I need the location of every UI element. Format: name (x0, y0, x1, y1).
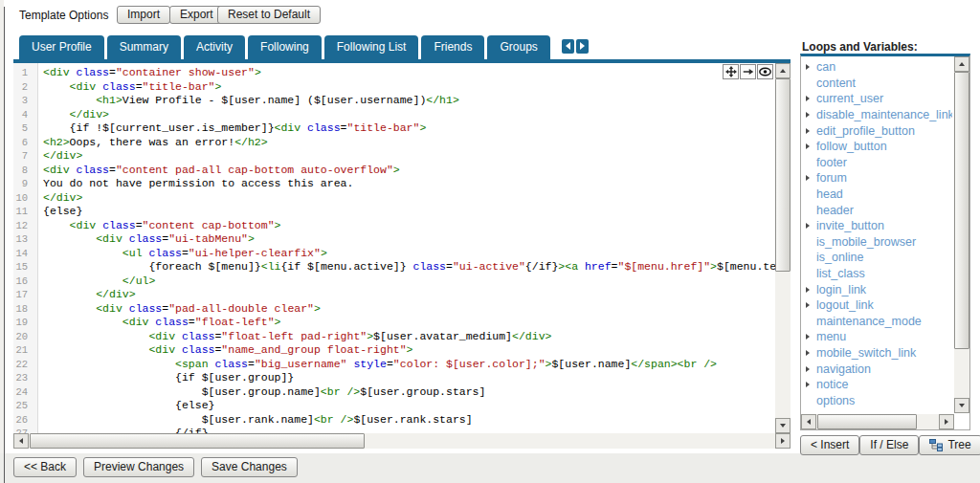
eye-icon[interactable] (757, 64, 773, 79)
variable-item-footer[interactable]: footer (801, 155, 952, 171)
back-button[interactable]: << Back (13, 457, 77, 477)
variable-label[interactable]: options (816, 394, 855, 407)
editor-vscroll-thumb[interactable] (775, 78, 791, 272)
expand-arrow-icon[interactable] (806, 382, 810, 387)
variable-item-invite_button[interactable]: invite_button (801, 218, 952, 234)
code-line: 1<div class="container show-user"> (13, 66, 791, 80)
variable-label[interactable]: is_online (816, 251, 863, 264)
line-number: 26 (13, 413, 33, 428)
variable-item-options[interactable]: options (801, 392, 952, 408)
variable-label[interactable]: follow_button (816, 140, 887, 153)
variable-label[interactable]: logout_link (816, 298, 874, 312)
variable-label[interactable]: forum (816, 171, 847, 185)
variable-label[interactable]: menu (816, 330, 846, 343)
tab-activity[interactable]: Activity (184, 35, 245, 59)
editor-scroll-left-icon[interactable] (13, 433, 29, 449)
expand-arrow-icon[interactable] (806, 302, 810, 308)
tab-friends[interactable]: Friends (421, 35, 484, 59)
panel-scroll-left-icon[interactable] (801, 414, 816, 429)
expand-arrow-icon[interactable] (806, 64, 810, 70)
export-button[interactable]: Export (169, 6, 224, 24)
expand-arrow-icon[interactable] (806, 287, 810, 293)
code-line: 19 <div class="float-left"> (13, 316, 791, 330)
arrow-right-icon[interactable] (740, 64, 756, 79)
expand-arrow-icon[interactable] (806, 366, 810, 372)
import-button[interactable]: Import (117, 6, 170, 24)
expand-arrow-icon[interactable] (806, 96, 810, 101)
expand-arrow-icon[interactable] (806, 223, 810, 229)
variable-label[interactable]: content (816, 77, 856, 90)
panel-hscroll-thumb[interactable] (817, 414, 917, 429)
panel-scroll-down-icon[interactable] (954, 398, 969, 413)
variable-item-forum[interactable]: forum (801, 170, 952, 187)
variable-item-edit_profile_button[interactable]: edit_profile_button (801, 122, 952, 139)
variable-label[interactable]: header (816, 204, 854, 217)
variable-label[interactable]: login_link (816, 283, 866, 296)
editor-hscroll-thumb[interactable] (30, 433, 365, 449)
save-changes-button[interactable]: Save Changes (201, 457, 298, 477)
variable-label[interactable]: current_user (816, 92, 883, 105)
tab-user-profile[interactable]: User Profile (19, 35, 104, 59)
panel-scroll-up-icon[interactable] (954, 56, 969, 72)
editor-scroll-up-icon[interactable] (775, 63, 791, 78)
tree-button[interactable]: Tree (919, 435, 980, 455)
variable-item-navigation[interactable]: navigation (801, 361, 952, 377)
expand-arrow-icon[interactable] (806, 350, 810, 356)
variable-item-current_user[interactable]: current_user (801, 91, 952, 107)
if-else-button[interactable]: If / Else (859, 435, 919, 455)
reset-to-default-button[interactable]: Reset to Default (217, 6, 321, 24)
expand-arrow-icon[interactable] (806, 175, 810, 181)
variable-item-is_online[interactable]: is_online (801, 250, 952, 266)
variable-item-mobile_switch_link[interactable]: mobile_switch_link (801, 345, 952, 362)
variable-label[interactable]: mobile_switch_link (816, 346, 916, 360)
variable-label[interactable]: can (816, 60, 835, 74)
panel-scroll-right-icon[interactable] (939, 414, 954, 429)
code-line: 18 <div class="pad-all-double clear"> (13, 302, 791, 317)
expand-arrow-icon[interactable] (806, 112, 810, 118)
variable-item-login_link[interactable]: login_link (801, 281, 952, 297)
code-line: 8<div class="content pad-all cap-bottom … (13, 164, 791, 178)
variable-item-content[interactable]: content (801, 76, 952, 92)
variable-item-disable_maintenance_link[interactable]: disable_maintenance_link (801, 107, 952, 123)
variable-label[interactable]: invite_button (816, 219, 884, 232)
editor-scroll-down-icon[interactable] (775, 418, 791, 433)
tab-summary[interactable]: Summary (107, 35, 181, 59)
variable-item-menu[interactable]: menu (801, 329, 952, 345)
variable-label[interactable]: list_class (816, 267, 865, 280)
code-line: 3 <h1>View Profile - $[user.name] ($[use… (13, 94, 791, 108)
tab-scroll-left-icon[interactable] (562, 39, 574, 54)
variable-label[interactable]: disable_maintenance_link (816, 108, 952, 121)
preview-changes-button[interactable]: Preview Changes (83, 457, 194, 477)
variable-item-is_mobile_browser[interactable]: is_mobile_browser (801, 234, 952, 251)
tab-groups[interactable]: Groups (487, 35, 549, 59)
panel-vscroll-thumb[interactable] (954, 72, 969, 349)
variable-item-maintenance_mode[interactable]: maintenance_mode (801, 314, 952, 330)
line-number: 18 (13, 302, 33, 317)
insert-button[interactable]: < Insert (800, 435, 859, 455)
expand-arrow-icon[interactable] (806, 334, 810, 340)
expand-arrow-icon[interactable] (806, 143, 810, 149)
variable-label[interactable]: edit_profile_button (816, 124, 915, 138)
move-icon[interactable] (723, 64, 739, 79)
variable-label[interactable]: notice (816, 378, 848, 391)
variable-item-notice[interactable]: notice (801, 377, 952, 393)
tab-following[interactable]: Following (248, 35, 322, 59)
tab-scroll-right-icon[interactable] (576, 39, 589, 54)
variable-label[interactable]: maintenance_mode (816, 315, 922, 328)
variable-item-list_class[interactable]: list_class (801, 266, 952, 282)
variable-item-logout_link[interactable]: logout_link (801, 297, 952, 314)
tab-following-list[interactable]: Following List (324, 35, 419, 59)
variable-label[interactable]: head (816, 187, 843, 201)
code-line: 10</div> (13, 191, 791, 206)
code-line: 24 $[user.group.name]<br />$[user.group.… (13, 385, 791, 400)
expand-arrow-icon[interactable] (806, 128, 810, 134)
variable-label[interactable]: is_mobile_browser (816, 235, 916, 249)
variable-item-follow_button[interactable]: follow_button (801, 139, 952, 155)
variable-label[interactable]: navigation (816, 362, 871, 376)
variable-item-head[interactable]: head (801, 187, 952, 203)
editor-scroll-right-icon[interactable] (775, 433, 791, 449)
variable-label[interactable]: footer (816, 156, 847, 169)
template-code-editor[interactable]: 1<div class="container show-user">2 <div… (13, 63, 791, 449)
variable-item-header[interactable]: header (801, 202, 952, 218)
variable-item-can[interactable]: can (801, 59, 952, 76)
